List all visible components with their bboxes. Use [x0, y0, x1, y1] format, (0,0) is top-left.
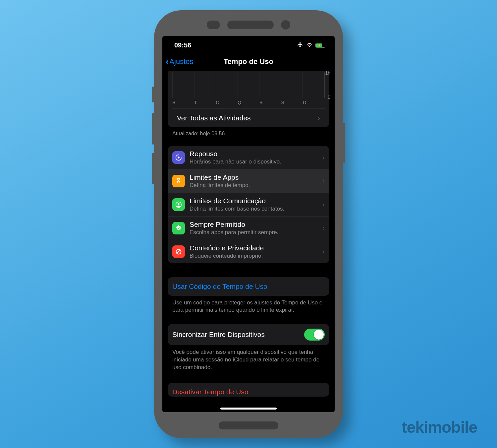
screen: 09:56 ⚡ ‹ Ajustes Tempo de Uso [162, 36, 335, 412]
back-button[interactable]: ‹ Ajustes [166, 57, 193, 66]
cell-always-allowed[interactable]: Sempre Permitido Escolha apps para permi… [168, 216, 329, 240]
chart-ytick: 1h [325, 71, 330, 76]
content: 1h 0 S T Q Q S S D Ver Todas as Atividad… [162, 71, 335, 412]
chevron-right-icon: › [322, 201, 325, 208]
side-button [152, 113, 154, 145]
disable-row[interactable]: Desativar Tempo de Uso [168, 383, 329, 397]
watermark: tekimobile [402, 418, 477, 436]
disable-label: Desativar Tempo de Uso [172, 388, 248, 396]
share-label: Sincronizar Entre Dispositivos [172, 331, 265, 339]
cell-content-privacy[interactable]: Conteúdo e Privacidade Bloqueie conteúdo… [168, 240, 329, 263]
share-across-devices-row: Sincronizar Entre Dispositivos [168, 324, 329, 345]
airplane-icon [297, 41, 304, 49]
settings-group: Repouso Horários para não usar o disposi… [168, 146, 329, 263]
chevron-left-icon: ‹ [166, 57, 169, 66]
side-button [152, 153, 154, 184]
svg-line-4 [177, 250, 181, 253]
cell-subtitle: Escolha apps para permitir sempre. [190, 229, 318, 236]
use-passcode-link[interactable]: Usar Código do Tempo de Uso [168, 277, 329, 296]
cell-comm-limits[interactable]: Limites de Comunicação Defina limites co… [168, 193, 329, 216]
phone-frame: 09:56 ⚡ ‹ Ajustes Tempo de Uso [154, 10, 343, 438]
chart-xaxis: S T Q Q S S D [172, 98, 325, 108]
chart-xtick: S [172, 100, 194, 105]
chart-ytick: 0 [328, 95, 330, 100]
wifi-icon [306, 41, 313, 49]
usage-chart-card: 1h 0 S T Q Q S S D Ver Todas as Atividad… [168, 71, 329, 127]
chart-xtick: S [281, 100, 303, 105]
last-updated: Atualizado: hoje 09:56 [168, 127, 329, 137]
svg-point-2 [178, 203, 180, 205]
chevron-right-icon: › [322, 177, 325, 185]
cell-subtitle: Bloqueie conteúdo impróprio. [190, 253, 318, 259]
chart-xtick: Q [216, 100, 238, 105]
page-title: Tempo de Uso [224, 57, 273, 66]
see-all-activity-label: Ver Todas as Atividades [177, 114, 251, 122]
svg-point-0 [178, 157, 180, 159]
share-help: Você pode ativar isso em qualquer dispos… [168, 345, 329, 371]
no-sign-icon [172, 245, 185, 258]
chevron-right-icon: › [322, 154, 325, 161]
side-button [152, 87, 154, 102]
cell-subtitle: Horários para não usar o dispositivo. [190, 159, 318, 165]
usage-chart: 1h 0 [172, 72, 325, 98]
cell-app-limits[interactable]: Limites de Apps Defina limites de tempo.… [168, 169, 329, 193]
cell-title: Limites de Comunicação [190, 197, 318, 205]
home-indicator[interactable] [220, 408, 277, 410]
navbar: ‹ Ajustes Tempo de Uso [162, 53, 335, 71]
passcode-help: Use um código para proteger os ajustes d… [168, 296, 329, 314]
see-all-activity-row[interactable]: Ver Todas as Atividades › [172, 108, 325, 127]
cell-subtitle: Defina limites de tempo. [190, 182, 318, 189]
passcode-group: Usar Código do Tempo de Uso [168, 277, 329, 296]
cell-title: Repouso [190, 150, 318, 158]
side-button [343, 123, 345, 163]
cell-title: Sempre Permitido [190, 221, 318, 228]
chevron-right-icon: › [318, 114, 320, 122]
battery-icon: ⚡ [315, 43, 325, 48]
chart-xtick: D [303, 100, 325, 105]
status-bar: 09:56 ⚡ [162, 36, 335, 53]
chevron-right-icon: › [322, 224, 325, 232]
chart-xtick: Q [238, 100, 259, 105]
chart-xtick: S [259, 100, 281, 105]
cell-downtime[interactable]: Repouso Horários para não usar o disposi… [168, 146, 329, 169]
share-toggle[interactable] [304, 329, 325, 341]
checkmark-seal-icon [172, 222, 185, 234]
moon-icon [172, 151, 185, 164]
bottom-speaker [219, 421, 278, 429]
hourglass-icon [172, 175, 185, 187]
cell-subtitle: Defina limites com base nos contatos. [190, 206, 318, 212]
cell-title: Limites de Apps [190, 173, 318, 181]
back-label: Ajustes [169, 57, 193, 66]
cell-title: Conteúdo e Privacidade [190, 244, 318, 252]
chart-xtick: T [194, 100, 216, 105]
status-time: 09:56 [174, 41, 191, 49]
notch [207, 20, 290, 30]
chevron-right-icon: › [322, 248, 325, 255]
person-icon [172, 198, 185, 211]
